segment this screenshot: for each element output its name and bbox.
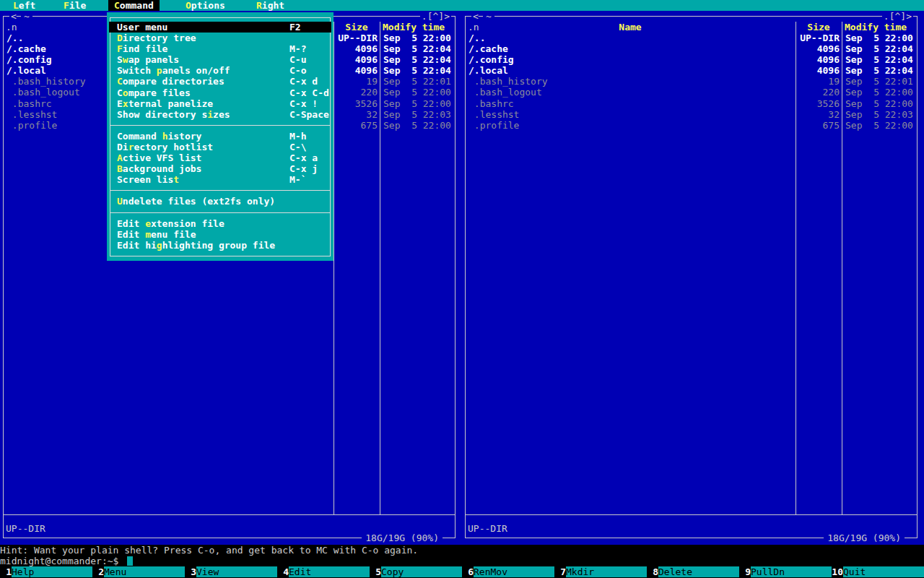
fkey-button-copy[interactable]: Copy (381, 566, 462, 577)
file-row-cache[interactable]: /.cache4096Sep 5 22:04 (466, 43, 917, 54)
menu-item-find-file[interactable]: Find fileM-? (109, 43, 331, 54)
menu-item-label: Screen list (117, 174, 179, 185)
fkey-button-help[interactable]: Help (12, 566, 92, 577)
file-name: /.config (468, 54, 514, 65)
file-mtime: Sep 5 22:03 (383, 109, 451, 120)
file-row-bashrc[interactable]: .bashrc3526Sep 5 22:00 (466, 98, 917, 109)
fkey-button-quit[interactable]: Quit (843, 566, 924, 577)
hotkey-letter: m (145, 229, 151, 240)
menu-item-directory-hotlist[interactable]: Directory hotlistC-\ (109, 142, 331, 152)
menu-item-shortcut: M-` (289, 174, 306, 185)
file-row-profile[interactable]: .profile675Sep 5 22:00 (466, 120, 917, 131)
menu-item-compare-files[interactable]: Compare filesC-x C-d (109, 87, 331, 98)
menu-item-edit-menu-file[interactable]: Edit menu file (109, 229, 331, 240)
file-row-config[interactable]: /.config4096Sep 5 22:04 (466, 54, 917, 65)
menu-item-shortcut: C-u (289, 54, 306, 65)
file-row-bash-history[interactable]: .bash_history19Sep 5 22:01 (466, 76, 917, 87)
hotkey-letter: w (123, 54, 128, 65)
mc-terminal-screen: <─ ~ .[^]> .n Name Size Modify time /..U… (0, 0, 924, 578)
menu-item-background-jobs[interactable]: Background jobsC-x j (109, 163, 331, 174)
menubar-item-command[interactable]: Command (108, 0, 160, 11)
file-mtime: Sep 5 22:01 (383, 76, 451, 87)
menu-item-switch-panels-on-off[interactable]: Switch panels on/offC-o (109, 65, 331, 76)
file-name: .bashrc (468, 98, 514, 109)
fkey-button-renmov[interactable]: RenMov (474, 566, 554, 577)
menu-item-command-history[interactable]: Command historyM-h (109, 131, 331, 142)
fkey-num-6[interactable]: 6 (462, 566, 474, 577)
menu-item-shortcut: C-o (289, 65, 306, 76)
hotkey-letter: A (117, 152, 123, 163)
fkey-num-5[interactable]: 5 (370, 566, 381, 577)
file-mtime: Sep 5 22:04 (845, 43, 913, 54)
file-size: 19 (330, 76, 378, 87)
menu-item-shortcut: C-x d (289, 76, 318, 87)
menubar-item-options[interactable]: Options (180, 0, 231, 11)
file-name: .lesshst (468, 109, 519, 120)
hotkey-letter: C (117, 76, 123, 87)
menu-item-label: Compare directories (117, 76, 225, 87)
file-mtime: Sep 5 22:00 (845, 98, 913, 109)
file-size: 4096 (330, 43, 378, 54)
menu-item-swap-panels[interactable]: Swap panelsC-u (109, 54, 331, 65)
file-row-local[interactable]: /.local4096Sep 5 22:04 (466, 65, 917, 76)
menu-item-undelete-files-ext2fs-only[interactable]: Undelete files (ext2fs only) (109, 196, 331, 207)
fkey-button-view[interactable]: View (196, 566, 277, 577)
fkey-button-delete[interactable]: Delete (658, 566, 739, 577)
hotkey-letter: x (123, 98, 128, 109)
fkey-num-3[interactable]: 3 (185, 566, 196, 577)
hotkey-letter: F (64, 0, 69, 11)
file-mtime: Sep 5 22:03 (845, 109, 913, 120)
fkey-button-edit[interactable]: Edit (289, 566, 370, 577)
file-size: 32 (330, 109, 378, 120)
file-list: /..UP--DIRSep 5 22:00/.cache4096Sep 5 22… (465, 11, 918, 540)
fkey-num-10[interactable]: 10 (832, 566, 843, 577)
menu-item-show-directory-sizes[interactable]: Show directory sizesC-Space (109, 109, 331, 120)
menu-item-user-menu[interactable]: User menuF2 (109, 22, 331, 33)
fkey-num-9[interactable]: 9 (739, 566, 751, 577)
file-row-bash-logout[interactable]: .bash_logout220Sep 5 22:00 (466, 87, 917, 98)
menu-item-label: Undelete files (ext2fs only) (117, 196, 275, 207)
disk-usage: 18G/19G (90%) (824, 532, 905, 543)
terminal-cursor (127, 556, 133, 566)
fkey-button-mkdir[interactable]: Mkdir (566, 566, 647, 577)
menu-item-label: Edit highlighting group file (117, 240, 275, 251)
fkey-num-4[interactable]: 4 (277, 566, 289, 577)
file-size: 4096 (792, 65, 840, 76)
fkey-num-2[interactable]: 2 (92, 566, 104, 577)
menu-item-label: Active VFS list (117, 152, 201, 163)
hotkey-letter: o (123, 87, 128, 98)
menu-item-edit-extension-file[interactable]: Edit extension file (109, 218, 331, 229)
hotkey-letter: B (117, 163, 123, 174)
menu-item-active-vfs-list[interactable]: Active VFS listC-x a (109, 152, 331, 163)
menubar-item-right[interactable]: Right (250, 0, 290, 11)
fkey-button-pulldn[interactable]: PullDn (751, 566, 832, 577)
file-name: /.local (6, 65, 46, 76)
function-key-bar: 1Help2Menu3View4Edit5Copy6RenMov7Mkdir8D… (0, 566, 924, 578)
file-mtime: Sep 5 22:00 (845, 87, 913, 98)
menu-item-label: Edit extension file (117, 218, 225, 229)
menu-item-compare-directories[interactable]: Compare directoriesC-x d (109, 76, 331, 87)
menu-item-directory-tree[interactable]: Directory tree (109, 33, 331, 43)
fkey-button-menu[interactable]: Menu (104, 566, 185, 577)
fkey-num-7[interactable]: 7 (554, 566, 566, 577)
file-name: .bash_history (468, 76, 548, 87)
file-row-[interactable]: /..UP--DIRSep 5 22:00 (466, 33, 917, 43)
file-name: /.local (468, 65, 508, 76)
shell-prompt[interactable]: midnight@commander:~$ (0, 556, 118, 566)
file-row-lesshst[interactable]: .lesshst32Sep 5 22:03 (466, 109, 917, 120)
file-name: .bashrc (6, 98, 52, 109)
menubar-item-file[interactable]: File (58, 0, 92, 11)
menu-item-external-panelize[interactable]: External panelizeC-x ! (109, 98, 331, 109)
menubar-item-left[interactable]: Left (7, 0, 41, 11)
file-mtime: Sep 5 22:00 (383, 87, 451, 98)
hotkey-letter: i (207, 109, 213, 120)
menu-item-shortcut: F2 (289, 22, 301, 33)
fkey-num-1[interactable]: 1 (0, 566, 12, 577)
menu-item-screen-list[interactable]: Screen listM-` (109, 174, 331, 185)
menu-item-label: Swap panels (117, 54, 179, 65)
menu-item-edit-highlighting-group-file[interactable]: Edit highlighting group file (109, 240, 331, 251)
file-mtime: Sep 5 22:04 (845, 65, 913, 76)
file-mtime: Sep 5 22:00 (383, 98, 451, 109)
file-size: 675 (792, 120, 840, 131)
fkey-num-8[interactable]: 8 (647, 566, 658, 577)
